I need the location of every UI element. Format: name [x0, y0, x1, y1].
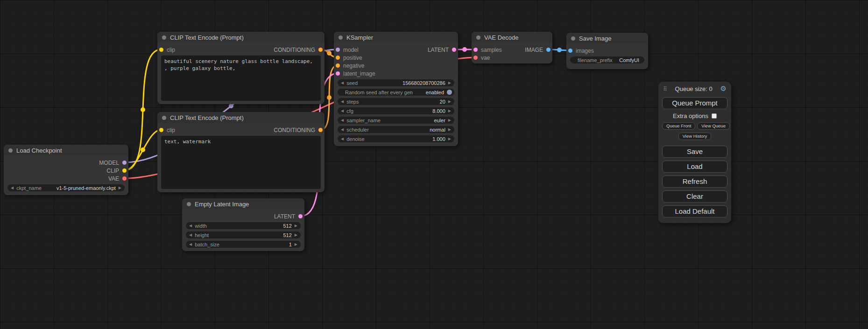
output-slot-vae[interactable]: [122, 176, 127, 181]
drag-handle-icon[interactable]: ⠿: [663, 86, 667, 92]
input-slot-clip[interactable]: [159, 48, 163, 52]
node-title: KSampler: [346, 34, 373, 41]
increment-arrow-icon[interactable]: ▶: [448, 109, 451, 113]
output-slot-model[interactable]: [122, 161, 127, 165]
increment-arrow-icon[interactable]: ▶: [448, 137, 451, 141]
collapse-icon[interactable]: [339, 35, 343, 40]
input-slot-vae[interactable]: [473, 56, 478, 60]
node-empty-latent-image[interactable]: Empty Latent Image LATENT ◀ width 512 ▶ …: [182, 198, 304, 251]
settings-gear-icon[interactable]: ⚙: [720, 85, 727, 92]
height-widget[interactable]: ◀ height 512 ▶: [186, 231, 301, 238]
increment-arrow-icon[interactable]: ▶: [295, 243, 297, 246]
ckpt-name-widget[interactable]: ◀ ckpt_name v1-5-pruned-emaonly.ckpt ▶: [7, 184, 125, 191]
denoise-widget[interactable]: ◀ denoise 1.000 ▶: [338, 135, 454, 142]
random-seed-widget[interactable]: Random seed after every gen enabled: [338, 89, 454, 96]
node-title-bar[interactable]: Load Checkpoint: [4, 145, 128, 156]
widget-value: 1.000: [432, 136, 445, 142]
queue-size-label: Queue size: 0: [667, 85, 720, 92]
queue-front-button[interactable]: Queue Front: [662, 122, 695, 130]
widget-label: seed: [346, 80, 358, 86]
decrement-arrow-icon[interactable]: ◀: [11, 186, 14, 190]
collapse-icon[interactable]: [162, 35, 166, 40]
input-slot-positive[interactable]: [336, 56, 340, 60]
increment-arrow-icon[interactable]: ▶: [295, 224, 297, 228]
refresh-button[interactable]: Refresh: [662, 175, 727, 188]
widget-label: filename_prefix: [578, 57, 613, 63]
node-load-checkpoint[interactable]: Load Checkpoint MODEL CLIP VAE ◀ ckpt_na…: [4, 145, 128, 195]
output-slot-conditioning[interactable]: [318, 48, 323, 52]
node-title-bar[interactable]: Empty Latent Image: [182, 198, 304, 210]
filename-prefix-widget[interactable]: filename_prefix ComfyUI: [570, 56, 644, 63]
extra-options-checkbox[interactable]: [712, 113, 717, 119]
toggle-icon[interactable]: [447, 90, 452, 95]
collapse-icon[interactable]: [187, 202, 191, 206]
input-slot-negative[interactable]: [336, 63, 340, 68]
output-slot-image[interactable]: [546, 48, 550, 52]
prompt-text-input[interactable]: text, watermark: [161, 136, 321, 189]
decrement-arrow-icon[interactable]: ◀: [341, 81, 344, 85]
widget-value: 512: [283, 232, 291, 238]
increment-arrow-icon[interactable]: ▶: [448, 128, 451, 132]
decrement-arrow-icon[interactable]: ◀: [189, 243, 192, 246]
node-title-bar[interactable]: KSampler: [334, 32, 458, 43]
cfg-widget[interactable]: ◀ cfg 8.000 ▶: [338, 107, 454, 114]
wire-midpoint-dot: [557, 48, 562, 52]
decrement-arrow-icon[interactable]: ◀: [189, 224, 192, 228]
output-slot-latent[interactable]: [452, 48, 456, 52]
input-slot-samples[interactable]: [473, 48, 478, 52]
save-button[interactable]: Save: [662, 146, 727, 158]
output-slot-conditioning[interactable]: [318, 128, 323, 132]
increment-arrow-icon[interactable]: ▶: [448, 81, 451, 85]
node-save-image[interactable]: Save Image images filename_prefix ComfyU…: [566, 33, 648, 69]
node-clip-text-encode-positive[interactable]: CLIP Text Encode (Prompt) clip CONDITION…: [157, 32, 325, 104]
input-slot-clip[interactable]: [159, 128, 163, 132]
widget-label: scheduler: [346, 127, 369, 133]
steps-widget[interactable]: ◀ steps 20 ▶: [338, 98, 454, 105]
node-ksampler[interactable]: KSampler model LATENT positive negative: [334, 32, 458, 146]
collapse-icon[interactable]: [476, 35, 480, 40]
increment-arrow-icon[interactable]: ▶: [119, 186, 121, 190]
widget-label: Random seed after every gen: [345, 90, 413, 95]
extra-options-label: Extra options: [673, 112, 708, 119]
node-title-bar[interactable]: CLIP Text Encode (Prompt): [157, 32, 325, 43]
decrement-arrow-icon[interactable]: ◀: [189, 233, 192, 237]
increment-arrow-icon[interactable]: ▶: [295, 233, 297, 237]
node-title-bar[interactable]: CLIP Text Encode (Prompt): [157, 112, 325, 123]
node-title: Save Image: [579, 35, 611, 42]
collapse-icon[interactable]: [162, 116, 166, 120]
increment-arrow-icon[interactable]: ▶: [448, 100, 451, 104]
scheduler-widget[interactable]: ◀ scheduler normal ▶: [338, 126, 454, 133]
sampler-name-widget[interactable]: ◀ sampler_name euler ▶: [338, 117, 454, 124]
width-widget[interactable]: ◀ width 512 ▶: [186, 222, 301, 229]
decrement-arrow-icon[interactable]: ◀: [341, 109, 344, 113]
collapse-icon[interactable]: [571, 36, 575, 41]
node-vae-decode[interactable]: VAE Decode samples IMAGE vae: [472, 32, 552, 63]
clear-button[interactable]: Clear: [662, 190, 727, 203]
node-clip-text-encode-negative[interactable]: CLIP Text Encode (Prompt) clip CONDITION…: [157, 112, 325, 192]
node-title-bar[interactable]: Save Image: [566, 33, 648, 44]
load-default-button[interactable]: Load Default: [662, 205, 727, 217]
output-slot-clip[interactable]: [122, 168, 127, 173]
input-slot-latent-image[interactable]: [336, 71, 340, 76]
load-button[interactable]: Load: [662, 161, 727, 173]
queue-prompt-button[interactable]: Queue Prompt: [662, 97, 727, 109]
input-slot-images[interactable]: [568, 49, 572, 53]
batch-size-widget[interactable]: ◀ batch_size 1 ▶: [186, 241, 301, 248]
node-title: CLIP Text Encode (Prompt): [170, 34, 244, 41]
decrement-arrow-icon[interactable]: ◀: [341, 128, 344, 132]
widget-label: batch_size: [195, 242, 219, 247]
output-slot-latent[interactable]: [298, 214, 303, 218]
increment-arrow-icon[interactable]: ▶: [448, 119, 451, 122]
decrement-arrow-icon[interactable]: ◀: [341, 137, 344, 141]
history-button-row: View History: [662, 133, 727, 140]
view-queue-button[interactable]: View Queue: [697, 122, 730, 130]
graph-canvas[interactable]: Load Checkpoint MODEL CLIP VAE ◀ ckpt_na…: [0, 0, 868, 329]
seed-widget[interactable]: ◀ seed 156680208700286 ▶: [338, 79, 454, 86]
input-slot-model[interactable]: [336, 48, 340, 52]
prompt-text-input[interactable]: beautiful scenery nature glass bottle la…: [161, 56, 321, 101]
node-title-bar[interactable]: VAE Decode: [472, 32, 552, 43]
decrement-arrow-icon[interactable]: ◀: [341, 119, 344, 122]
collapse-icon[interactable]: [8, 148, 13, 153]
decrement-arrow-icon[interactable]: ◀: [341, 100, 344, 104]
view-history-button[interactable]: View History: [678, 133, 712, 140]
